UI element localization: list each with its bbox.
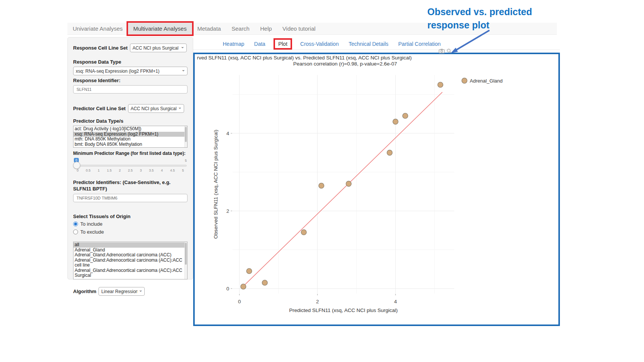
- nav-item-label: Multivariate Analyses: [133, 25, 187, 32]
- svg-text:0: 0: [226, 286, 229, 292]
- nav-item-label: Metadata: [197, 25, 221, 32]
- svg-text:4: 4: [394, 299, 397, 304]
- plot-tabs: Heatmap Data Plot Cross-Validation Techn…: [193, 38, 560, 50]
- tissue-option[interactable]: Adrenal_Gland: [73, 248, 187, 253]
- predictor-data-type-option[interactable]: act: Drug Activity (-log10[IC50M]): [73, 126, 187, 132]
- response-identifier-input[interactable]: [73, 85, 188, 94]
- slider-tick-labels: 00.511.522.533.544.55: [74, 169, 187, 172]
- svg-text:0: 0: [238, 299, 241, 304]
- tissue-option[interactable]: Adrenal_Gland:Adrenocortical carcinoma (…: [73, 253, 187, 258]
- tissue-origin-radio[interactable]: To include: [73, 221, 188, 227]
- predictor-identifiers-label: Predictor Identifiers: (Case-Sensitive, …: [73, 179, 188, 192]
- predictor-data-type-option[interactable]: mth: DNA 850K Methylation: [73, 137, 187, 142]
- tab[interactable]: Cross-Validation: [300, 41, 339, 47]
- predictor-identifiers-input[interactable]: [73, 194, 188, 202]
- predictor-cell-line-set-select[interactable]: ACC NCI plus Surgical: [128, 104, 184, 113]
- listbox-scrollbar[interactable]: [184, 242, 187, 279]
- nav-item[interactable]: Metadata: [192, 23, 227, 34]
- min-predictor-range-slider: 0 5 00.511.522.533.544.55: [74, 158, 187, 175]
- tab[interactable]: Partial Correlation: [398, 41, 441, 47]
- tab[interactable]: Data: [254, 41, 266, 47]
- tab[interactable]: Plot: [275, 40, 290, 48]
- algorithm-label: Algorithm: [73, 289, 96, 294]
- tissue-option[interactable]: all: [73, 242, 187, 248]
- response-data-type-label: Response Data Type: [73, 59, 188, 65]
- tab[interactable]: Technical Details: [349, 41, 388, 47]
- tissue-origin-radio[interactable]: To exclude: [73, 229, 188, 235]
- response-cell-line-set-label: Response Cell Line Set: [73, 45, 128, 51]
- predictor-data-types-label: Predictor Data Type/s: [73, 118, 188, 124]
- legend-marker: [462, 78, 467, 83]
- control-sidebar: Response Cell Line Set ACC NCI plus Surg…: [67, 37, 193, 279]
- min-predictor-range-label: Minimum Predictor Range (for first liste…: [73, 151, 188, 156]
- nav-item-label: Univariate Analyses: [73, 25, 123, 32]
- tissue-origin-radios: To include To exclude: [73, 221, 188, 235]
- observed-vs-predicted-plot-panel: rved SLFN11 (xsq, ACC NCI plus Surgical)…: [193, 53, 560, 326]
- svg-text:Predicted SLFN11 (xsq, ACC NCI: Predicted SLFN11 (xsq, ACC NCI plus Surg…: [289, 307, 397, 313]
- nav-item-label: Video tutorial: [283, 25, 316, 32]
- annotation-arrow: [448, 29, 493, 55]
- slider-track[interactable]: [74, 165, 187, 167]
- slider-max-label: 5: [185, 159, 187, 162]
- legend-label: Adrenal_Gland: [470, 78, 503, 84]
- predictor-cell-line-set-label: Predictor Cell Line Set: [73, 106, 126, 111]
- nav-item[interactable]: Univariate Analyses: [67, 23, 128, 34]
- predictor-data-type-option[interactable]: xsq: RNA-seq Expression (log2 FPKM+1): [73, 132, 187, 137]
- svg-text:Observed SLFN11 (xsq, ACC NCI: Observed SLFN11 (xsq, ACC NCI plus Surgi…: [213, 130, 219, 239]
- nav-item[interactable]: Video tutorial: [277, 23, 321, 34]
- plot-svg[interactable]: 024024Predicted SLFN11 (xsq, ACC NCI plu…: [195, 54, 558, 325]
- tab[interactable]: Heatmap: [223, 41, 244, 47]
- svg-text:2: 2: [316, 299, 319, 304]
- nav-item-label: Help: [260, 25, 272, 32]
- tissue-origin-label: Select Tissue/s of Origin: [73, 214, 188, 219]
- slider-handle[interactable]: [73, 162, 80, 169]
- listbox-scrollbar[interactable]: [184, 126, 187, 147]
- svg-text:2: 2: [226, 208, 229, 214]
- predictor-data-type-option[interactable]: bmt: Body DNA 850K Methylation: [73, 142, 187, 147]
- predictor-data-types-listbox[interactable]: act: Drug Activity (-log10[IC50M]) xsq: …: [73, 126, 188, 148]
- response-data-type-select[interactable]: xsq: RNA-seq Expression (log2 FPKM+1): [73, 67, 188, 75]
- svg-text:4: 4: [226, 131, 229, 136]
- response-identifier-label: Response Identifier:: [73, 78, 188, 83]
- camera-icon[interactable]: [439, 48, 445, 53]
- nav-item[interactable]: Search: [226, 23, 255, 34]
- tissue-option[interactable]: Adrenal_Gland:Adrenocortical carcinoma (…: [73, 268, 187, 278]
- annotation-observed-vs-predicted: Observed vs. predicted response plot: [427, 5, 545, 32]
- tissue-listbox[interactable]: all Adrenal_Gland Adrenal_Gland:Adrenoco…: [73, 242, 188, 279]
- tissue-option[interactable]: Adrenal_Gland:Adrenocortical carcinoma (…: [73, 258, 187, 268]
- nav-item-label: Search: [231, 25, 250, 32]
- nav-item[interactable]: Help: [255, 23, 277, 34]
- response-cell-line-set-select[interactable]: ACC NCI plus Surgical: [130, 44, 187, 52]
- nav-item[interactable]: Multivariate Analyses: [128, 23, 192, 34]
- algorithm-select[interactable]: Linear Regression: [98, 287, 145, 296]
